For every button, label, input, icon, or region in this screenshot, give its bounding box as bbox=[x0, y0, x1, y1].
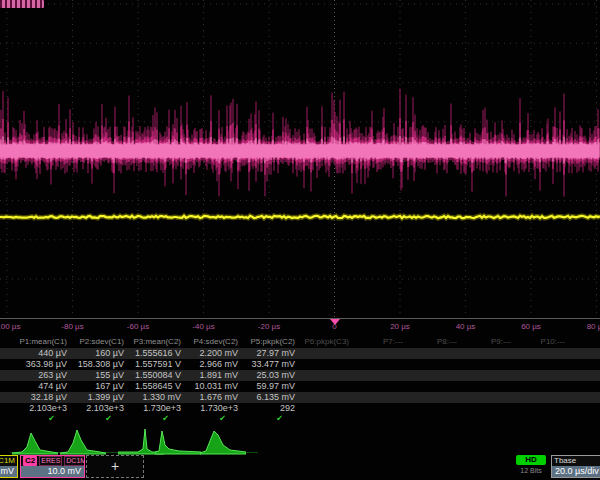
measure-value: 27.97 mV bbox=[238, 348, 295, 359]
measure-value: 1.730e+3 bbox=[181, 403, 238, 414]
axis-tick-label: 0 bbox=[332, 322, 336, 331]
measurement-table: P1:mean(C1)P2:sdev(C1)P3:mean(C2)P4:sdev… bbox=[0, 336, 600, 424]
measure-value: 1.676 mV bbox=[181, 392, 238, 403]
measure-row: 474 µV167 µV1.558645 V10.031 mV59.97 mV bbox=[0, 381, 600, 392]
measure-value: 1.891 mV bbox=[181, 370, 238, 381]
measure-value: 6.135 mV bbox=[238, 392, 295, 403]
c2-eres-chip: ERES bbox=[39, 456, 62, 466]
histicon[interactable] bbox=[155, 427, 201, 455]
hd-bits-label: 12 Bits bbox=[514, 467, 548, 474]
measure-value: 25.03 mV bbox=[238, 370, 295, 381]
param-header-inactive[interactable]: P7:--- bbox=[349, 336, 403, 348]
channel-c2-descriptor[interactable]: C2 ERES DC1M 10.0 mV bbox=[20, 455, 85, 478]
axis-tick-label: 60 µs bbox=[521, 322, 541, 331]
channel-c1-descriptor[interactable]: C1 DC1M 10.0 mV bbox=[0, 455, 18, 478]
param-header-inactive[interactable]: P10:--- bbox=[511, 336, 565, 348]
param-header[interactable]: P3:mean(C2) bbox=[124, 336, 181, 348]
waveform-display[interactable] bbox=[0, 0, 600, 320]
histicon-strip bbox=[0, 427, 600, 455]
measure-value: 1.550084 V bbox=[124, 370, 181, 381]
measure-value: 292 bbox=[238, 403, 295, 414]
histicon[interactable] bbox=[60, 427, 106, 455]
measure-value: 155 µV bbox=[67, 370, 124, 381]
c2-coupling-chip: DC1M bbox=[64, 456, 85, 466]
hd-mode-badge[interactable]: HD bbox=[516, 455, 546, 465]
param-header[interactable]: P5:pkpk(C2) bbox=[238, 336, 295, 348]
oscilloscope-screen: -100 µs-80 µs-60 µs-40 µs-20 µs020 µs40 … bbox=[0, 0, 600, 480]
measure-value: 167 µV bbox=[67, 381, 124, 392]
add-trace-button[interactable]: + bbox=[86, 455, 144, 478]
c2-channel-chip: C2 bbox=[23, 456, 37, 466]
c1-title: C1 DC1M bbox=[0, 456, 17, 466]
measure-value: 33.477 mV bbox=[238, 359, 295, 370]
measure-value: 474 µV bbox=[10, 381, 67, 392]
measure-value: 158.308 µV bbox=[67, 359, 124, 370]
axis-tick-label: -20 µs bbox=[258, 322, 280, 331]
measure-value: 1.330 mV bbox=[124, 392, 181, 403]
param-header-inactive[interactable]: P8:--- bbox=[403, 336, 457, 348]
param-header[interactable]: P2:sdev(C1) bbox=[67, 336, 124, 348]
measure-value: 32.18 µV bbox=[10, 392, 67, 403]
measure-value: 1.557591 V bbox=[124, 359, 181, 370]
param-header-inactive[interactable]: P6:pkpk(C3) bbox=[295, 336, 349, 348]
measure-value: 2.200 mV bbox=[181, 348, 238, 359]
tbase-label: Tbase bbox=[552, 456, 600, 466]
descriptor-bar: C1 DC1M 10.0 mV C2 ERES DC1M 10.0 mV + H… bbox=[0, 455, 600, 480]
axis-tick-label: -100 µs bbox=[0, 322, 20, 331]
histicon[interactable] bbox=[12, 427, 58, 455]
measure-value: 440 µV bbox=[10, 348, 67, 359]
status-check-icon: ✔ bbox=[181, 414, 238, 424]
trace-label-badge bbox=[0, 0, 44, 8]
axis-tick-label: 80 µs bbox=[587, 322, 600, 331]
c1-vscale: 10.0 mV bbox=[0, 466, 17, 477]
axis-tick-label: -80 µs bbox=[61, 322, 83, 331]
timebase-descriptor[interactable]: Tbase 20.0 µs/div bbox=[551, 455, 600, 478]
measure-row: 2.103e+32.103e+31.730e+31.730e+3292 bbox=[0, 403, 600, 414]
tbase-scale: 20.0 µs/div bbox=[552, 466, 600, 477]
plus-icon: + bbox=[111, 458, 119, 474]
measure-value: 160 µV bbox=[67, 348, 124, 359]
measure-value: 2.966 mV bbox=[181, 359, 238, 370]
axis-tick-label: 20 µs bbox=[390, 322, 410, 331]
measure-value: 10.031 mV bbox=[181, 381, 238, 392]
measure-value: 2.103e+3 bbox=[67, 403, 124, 414]
measure-row: 440 µV160 µV1.555616 V2.200 mV27.97 mV bbox=[0, 348, 600, 359]
measure-value: 1.555616 V bbox=[124, 348, 181, 359]
measure-value: 1.399 µV bbox=[67, 392, 124, 403]
axis-tick-label: -60 µs bbox=[127, 322, 149, 331]
measure-row: 263 µV155 µV1.550084 V1.891 mV25.03 mV bbox=[0, 370, 600, 381]
param-header[interactable]: P1:mean(C1) bbox=[10, 336, 67, 348]
timebase-axis: -100 µs-80 µs-60 µs-40 µs-20 µs020 µs40 … bbox=[0, 319, 600, 335]
measure-value: 59.97 mV bbox=[238, 381, 295, 392]
status-check-icon: ✔ bbox=[238, 414, 295, 424]
measure-value: 1.558645 V bbox=[124, 381, 181, 392]
param-header[interactable]: P4:sdev(C2) bbox=[181, 336, 238, 348]
status-check-icon: ✔ bbox=[67, 414, 124, 424]
measure-row: 363.98 µV158.308 µV1.557591 V2.966 mV33.… bbox=[0, 359, 600, 370]
measure-value: 363.98 µV bbox=[10, 359, 67, 370]
status-check-icon: ✔ bbox=[10, 414, 67, 424]
param-header-inactive[interactable]: P9:--- bbox=[457, 336, 511, 348]
measure-value: 1.730e+3 bbox=[124, 403, 181, 414]
histicon[interactable] bbox=[200, 427, 246, 455]
axis-tick-label: 40 µs bbox=[456, 322, 476, 331]
c2-vscale: 10.0 mV bbox=[21, 466, 84, 477]
status-check-icon: ✔ bbox=[124, 414, 181, 424]
measure-value: 2.103e+3 bbox=[10, 403, 67, 414]
measure-value: 263 µV bbox=[10, 370, 67, 381]
measure-row: 32.18 µV1.399 µV1.330 mV1.676 mV6.135 mV bbox=[0, 392, 600, 403]
axis-tick-label: -40 µs bbox=[192, 322, 214, 331]
